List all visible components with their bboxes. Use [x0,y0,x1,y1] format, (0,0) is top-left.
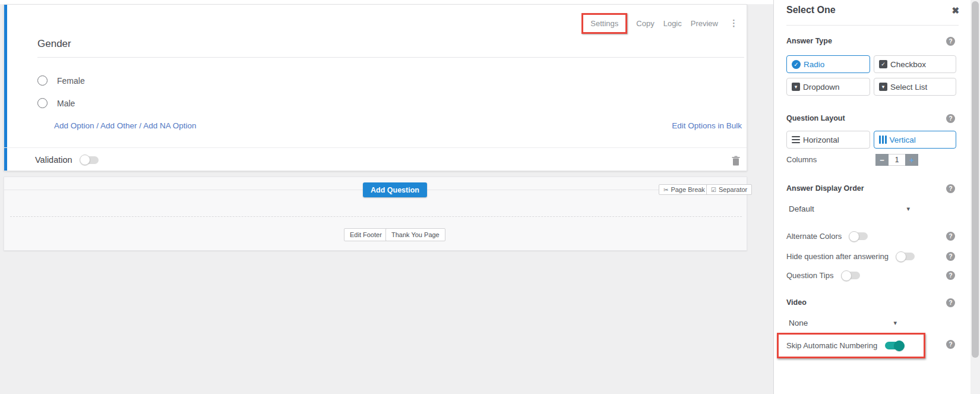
hide-question-label: Hide question after answering [786,252,889,261]
separator-button[interactable]: ☑ Separator [706,184,752,195]
chevron-down-icon: ▾ [906,205,910,213]
answer-type-option-label: Dropdown [803,83,840,92]
option-label[interactable]: Male [57,99,75,108]
settings-sidebar: Select One ✖ Answer Type ? ✓ Radio ✓ Che… [773,0,970,394]
link-separator: / [94,121,101,130]
settings-button-label: Settings [590,19,618,28]
radio-option-icon[interactable] [37,75,48,86]
answer-type-radio-button[interactable]: ✓ Radio [786,55,870,73]
edit-options-in-bulk-link[interactable]: Edit Options in Bulk [672,121,742,130]
answer-display-order-help-icon[interactable]: ? [946,184,955,193]
delete-question-trash-icon[interactable] [732,156,740,166]
question-tips-toggle[interactable] [842,272,860,279]
vertical-lines-icon [879,135,887,144]
option-links: Add Option / Add Other / Add NA Option [54,121,196,130]
question-layout-label: Question Layout [786,114,845,122]
page-break-button[interactable]: ✂ Page Break [659,184,710,195]
alternate-colors-help-icon[interactable]: ? [946,232,955,241]
scrollbar-thumb[interactable] [972,1,979,358]
validation-toggle[interactable] [80,156,99,164]
add-question-strip: Add Question ✂ Page Break ☑ Separator Ed… [4,176,747,251]
video-help-icon[interactable]: ? [946,298,955,307]
page-scrollbar [970,0,980,394]
hide-question-row: Hide question after answering [786,252,915,261]
add-question-label: Add Question [371,186,419,194]
skip-automatic-numbering-toggle[interactable] [885,342,903,349]
checkbox-check-icon: ✓ [879,60,887,68]
columns-value-input[interactable] [889,154,905,166]
alternate-colors-row: Alternate Colors [786,232,868,241]
columns-plus-button[interactable]: + [905,154,918,166]
validation-label: Validation [35,155,72,165]
link-separator: / [137,121,144,130]
separator-icon: ☑ [711,187,716,193]
edit-footer-button[interactable]: Edit Footer [344,228,388,241]
edit-footer-label: Edit Footer [350,231,382,238]
layout-horizontal-button[interactable]: Horizontal [786,131,870,149]
add-question-button[interactable]: Add Question [363,182,427,197]
layout-option-label: Vertical [890,135,916,144]
answer-display-order-value: Default [789,204,814,213]
layout-vertical-button[interactable]: Vertical [874,131,956,149]
hide-question-help-icon[interactable]: ? [946,252,955,261]
answer-type-option-label: Radio [804,60,824,69]
page-break-label: Page Break [671,186,704,193]
alternate-colors-toggle[interactable] [849,232,868,240]
thank-you-page-label: Thank You Page [391,231,440,238]
columns-label: Columns [786,155,817,164]
alternate-colors-label: Alternate Colors [786,232,842,241]
answer-type-dropdown-button[interactable]: ▾ Dropdown [786,78,870,96]
radio-option-icon[interactable] [37,98,48,108]
option-row: Male [37,98,75,108]
add-option-link[interactable]: Add Option [54,121,94,130]
video-label: Video [786,298,807,307]
chevron-down-icon: ▾ [893,319,897,327]
video-select[interactable]: None ▾ [789,319,897,327]
card-divider [4,147,747,148]
skip-automatic-numbering-help-icon[interactable]: ? [946,340,955,349]
sidebar-header-divider [786,25,959,26]
page-break-icon: ✂ [663,187,668,193]
close-icon[interactable]: ✖ [951,5,959,16]
answer-type-help-icon[interactable]: ? [946,37,955,46]
answer-display-order-select[interactable]: Default ▾ [789,204,910,213]
question-tips-label: Question Tips [786,271,834,280]
copy-button[interactable]: Copy [636,19,654,28]
question-card: Settings Copy Logic Preview ⋮ Gender Fem… [4,4,747,171]
columns-minus-button[interactable]: − [875,154,889,166]
radio-check-icon: ✓ [792,60,801,69]
preview-button[interactable]: Preview [691,19,718,28]
answer-type-option-label: Checkbox [890,60,926,69]
thank-you-page-button[interactable]: Thank You Page [385,228,445,241]
option-row: Female [37,75,85,86]
question-tips-row: Question Tips [786,271,860,280]
answer-type-option-label: Select List [890,83,927,92]
select-list-caret-icon: ▾ [879,83,887,91]
logic-button[interactable]: Logic [663,19,682,28]
skip-automatic-numbering-highlighted-row: Skip Automatic Numbering [777,333,925,358]
top-strip [0,0,773,4]
question-toolbar: Settings Copy Logic Preview ⋮ [581,8,741,38]
dashed-divider [10,216,742,217]
option-label[interactable]: Female [57,76,85,86]
answer-type-select-list-button[interactable]: ▾ Select List [874,78,956,96]
active-question-accent-bar [4,5,7,171]
hide-question-toggle[interactable] [896,253,915,260]
question-title-underline [37,57,744,58]
validation-row: Validation [35,155,99,165]
more-options-kebab-icon[interactable]: ⋮ [727,18,741,29]
horizontal-lines-icon [792,136,800,144]
video-value: None [789,319,808,327]
question-title[interactable]: Gender [37,38,71,50]
sidebar-title: Select One [786,5,836,15]
question-tips-help-icon[interactable]: ? [946,271,955,280]
question-layout-help-icon[interactable]: ? [946,114,955,123]
answer-type-checkbox-button[interactable]: ✓ Checkbox [874,55,956,73]
skip-automatic-numbering-label: Skip Automatic Numbering [786,341,877,350]
answer-type-label: Answer Type [786,37,832,45]
layout-option-label: Horizontal [803,135,839,144]
add-na-option-link[interactable]: Add NA Option [143,121,196,130]
columns-stepper: − + [875,154,918,166]
add-other-link[interactable]: Add Other [100,121,137,130]
settings-button-highlighted[interactable]: Settings [581,13,627,34]
